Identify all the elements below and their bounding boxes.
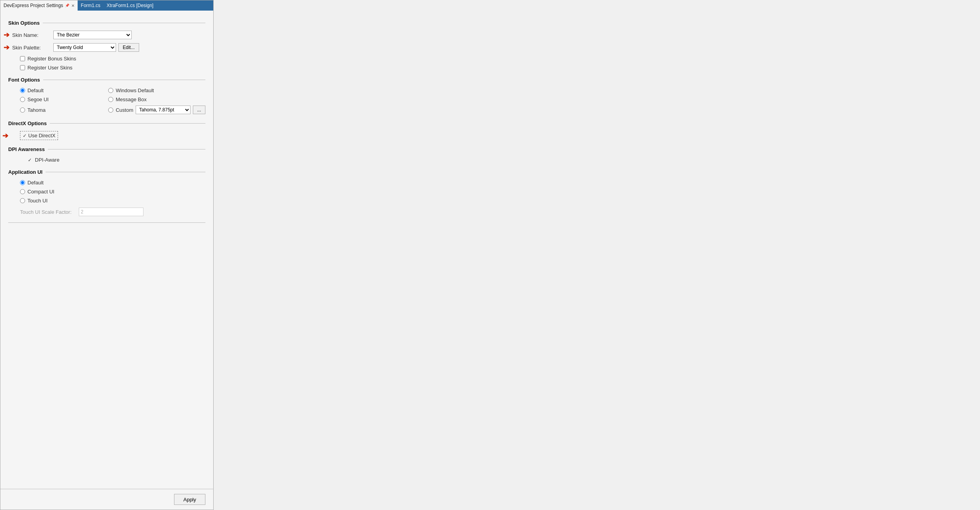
font-default-row: Default <box>20 87 104 93</box>
font-messagebox-row: Message Box <box>108 97 205 102</box>
font-options-grid: Default Windows Default Segoe UI Message… <box>8 87 205 114</box>
font-custom-label: Custom <box>116 107 133 113</box>
register-user-row: Register User Skins <box>8 65 205 71</box>
font-options-header: Font Options <box>8 77 205 83</box>
app-ui-touch-row: Touch UI <box>20 198 205 204</box>
tab-project-settings[interactable]: DevExpress Project Settings 📌 ✕ <box>0 0 78 11</box>
app-ui-touch-radio[interactable] <box>20 198 25 203</box>
skin-palette-arrow: ➔ <box>4 44 9 51</box>
tab-xtraform[interactable]: XtraForm1.cs [Design] <box>103 0 156 11</box>
font-windows-radio[interactable] <box>108 88 113 93</box>
tab-label: Form1.cs <box>81 3 100 8</box>
font-segoe-row: Segoe UI <box>20 97 104 102</box>
font-default-radio[interactable] <box>20 88 25 93</box>
skin-palette-label: Skin Palette: <box>12 45 53 51</box>
scale-factor-row: Touch UI Scale Factor: <box>8 208 205 216</box>
dpi-aware-row: ✓ DPI-Aware <box>8 157 205 163</box>
font-messagebox-label: Message Box <box>116 97 147 102</box>
directx-checkbox-wrap: ✓ Use DirectX <box>20 131 58 140</box>
tab-label: XtraForm1.cs [Design] <box>107 3 153 8</box>
custom-font-ellipsis[interactable]: ... <box>193 106 205 114</box>
app-ui-compact-radio[interactable] <box>20 189 25 194</box>
tab-form1[interactable]: Form1.cs <box>78 0 103 11</box>
skin-name-label: Skin Name: <box>12 32 53 38</box>
app-ui-touch-label: Touch UI <box>27 198 47 204</box>
skin-name-row: ➔ Skin Name: The Bezier <box>8 31 205 39</box>
dpi-check-mark: ✓ <box>28 157 32 163</box>
skin-palette-row: ➔ Skin Palette: Twenty Gold Edit... <box>8 43 205 52</box>
app-ui-compact-row: Compact UI <box>20 189 205 195</box>
bottom-bar: Apply <box>0 489 213 510</box>
font-tahoma-radio[interactable] <box>20 107 25 113</box>
tab-bar: DevExpress Project Settings 📌 ✕ Form1.cs… <box>0 0 213 11</box>
font-tahoma-row: Tahoma <box>20 106 104 114</box>
register-user-checkbox[interactable] <box>20 65 25 70</box>
font-segoe-label: Segoe UI <box>27 97 49 102</box>
pin-icon: 📌 <box>65 4 69 7</box>
directx-check-mark: ✓ <box>23 133 27 138</box>
app-ui-options: Default Compact UI Touch UI <box>8 180 205 204</box>
font-tahoma-label: Tahoma <box>27 107 45 113</box>
skin-palette-control: Twenty Gold Edit... <box>53 43 205 52</box>
skin-name-select[interactable]: The Bezier <box>53 31 132 39</box>
scale-input[interactable] <box>79 208 143 216</box>
app-ui-compact-label: Compact UI <box>27 189 54 195</box>
dpi-awareness-header: DPI Awareness <box>8 146 205 152</box>
close-icon[interactable]: ✕ <box>71 4 74 8</box>
register-bonus-checkbox[interactable] <box>20 56 25 61</box>
app-ui-default-radio[interactable] <box>20 180 25 185</box>
tab-label: DevExpress Project Settings <box>4 3 63 8</box>
font-segoe-radio[interactable] <box>20 97 25 102</box>
custom-font-select[interactable]: Tahoma, 7.875pt <box>136 106 191 114</box>
scale-label: Touch UI Scale Factor: <box>20 209 75 215</box>
directx-label: Use DirectX <box>28 133 55 138</box>
skin-palette-select[interactable]: Twenty Gold <box>53 43 116 52</box>
skin-options-header: Skin Options <box>8 20 205 26</box>
skin-name-arrow: ➔ <box>4 31 9 38</box>
settings-content: Skin Options ➔ Skin Name: The Bezier ➔ S… <box>0 11 213 489</box>
dpi-aware-label: DPI-Aware <box>35 157 60 163</box>
edit-button[interactable]: Edit... <box>118 43 139 52</box>
app-ui-default-row: Default <box>20 180 205 186</box>
font-windows-row: Windows Default <box>108 87 205 93</box>
register-user-label: Register User Skins <box>27 65 73 71</box>
directx-arrow: ➔ <box>2 132 8 139</box>
font-custom-radio[interactable] <box>108 107 113 113</box>
skin-name-control: The Bezier <box>53 31 205 39</box>
separator <box>8 222 205 223</box>
application-ui-header: Application UI <box>8 169 205 175</box>
font-default-label: Default <box>27 87 44 93</box>
register-bonus-label: Register Bonus Skins <box>27 56 76 62</box>
register-bonus-row: Register Bonus Skins <box>8 56 205 62</box>
font-messagebox-radio[interactable] <box>108 97 113 102</box>
font-windows-label: Windows Default <box>116 87 154 93</box>
apply-button[interactable]: Apply <box>174 494 205 505</box>
font-custom-row: Custom Tahoma, 7.875pt ... <box>108 106 205 114</box>
app-ui-default-label: Default <box>27 180 44 186</box>
directx-row: ➔ ✓ Use DirectX <box>8 131 205 140</box>
directx-options-header: DirectX Options <box>8 120 205 126</box>
